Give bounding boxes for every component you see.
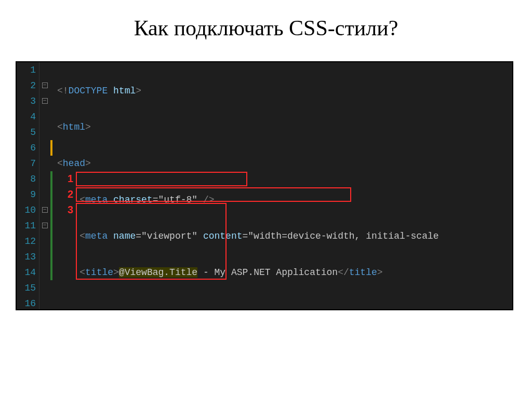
line-number: 12 — [17, 234, 39, 249]
code-line: <head> — [57, 156, 512, 171]
fold-column: − − − − — [39, 62, 50, 309]
line-number: 2 — [17, 78, 39, 93]
slide-title: Как подключать CSS-стили? — [16, 16, 516, 40]
line-number: 8 — [17, 171, 39, 187]
fold-toggle-icon[interactable]: − — [42, 223, 48, 228]
line-number: 7 — [17, 156, 39, 171]
line-number: 3 — [17, 93, 39, 109]
slide: Как подключать CSS-стили? 1 2 3 4 5 6 7 … — [0, 0, 532, 310]
code-line: <title>@ViewBag.Title - My ASP.NET Appli… — [57, 265, 512, 280]
line-number: 4 — [17, 109, 39, 125]
line-number: 10 — [17, 202, 39, 218]
annotation-number-3: 3 — [68, 204, 73, 216]
line-number: 9 — [17, 187, 39, 202]
line-number: 5 — [17, 125, 39, 140]
line-number: 16 — [17, 296, 39, 310]
annotation-box-1 — [76, 172, 247, 186]
annotation-number-2: 2 — [68, 188, 73, 200]
code-line: <meta charset="utf-8" /> — [57, 192, 512, 208]
fold-toggle-icon[interactable]: − — [42, 83, 48, 88]
annotation-number-1: 1 — [68, 173, 73, 185]
line-number: 1 — [17, 62, 39, 78]
line-number: 15 — [17, 280, 39, 296]
line-number: 13 — [17, 249, 39, 265]
line-number-gutter: 1 2 3 4 5 6 7 8 9 10 11 12 13 14 15 16 — [17, 62, 39, 309]
fold-toggle-icon[interactable]: − — [42, 207, 48, 213]
line-number: 6 — [17, 140, 39, 156]
code-line: <!DOCTYPE html> — [57, 83, 512, 99]
fold-toggle-icon[interactable]: − — [42, 98, 48, 104]
code-line: <html> — [57, 119, 512, 135]
code-line — [57, 301, 512, 310]
line-number: 14 — [17, 265, 39, 280]
code-editor: 1 2 3 4 5 6 7 8 9 10 11 12 13 14 15 16 − — [16, 61, 513, 310]
code-line: <meta name="viewport" content="width=dev… — [57, 228, 512, 244]
line-number: 11 — [17, 218, 39, 234]
code-area[interactable]: <!DOCTYPE html> <html> <head> <meta char… — [53, 62, 512, 309]
